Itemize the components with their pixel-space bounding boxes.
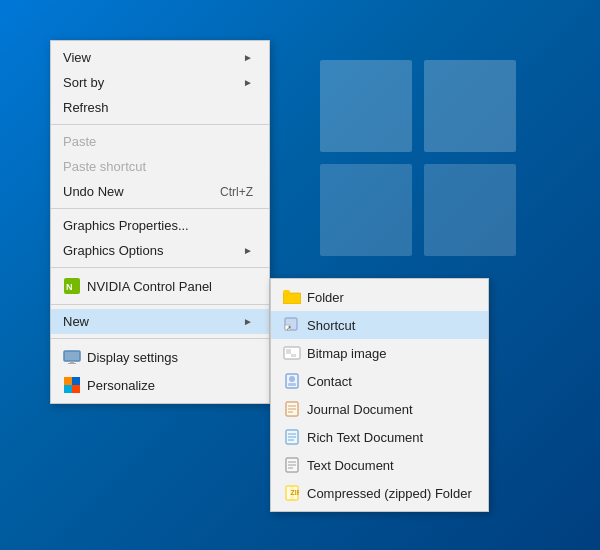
- svg-rect-7: [64, 385, 72, 393]
- svg-text:↗: ↗: [286, 325, 291, 331]
- contact-icon: [283, 372, 301, 390]
- svg-rect-17: [291, 349, 296, 354]
- menu-item-shortcut[interactable]: ↗ Shortcut: [271, 311, 488, 339]
- menu-item-paste-shortcut: Paste shortcut: [51, 154, 269, 179]
- arrow-icon: ►: [243, 77, 253, 88]
- menu-item-undo-new[interactable]: Undo New Ctrl+Z: [51, 179, 269, 204]
- svg-rect-3: [70, 361, 74, 363]
- menu-item-journal[interactable]: Journal Document: [271, 395, 488, 423]
- menu-item-paste: Paste: [51, 129, 269, 154]
- svg-rect-5: [64, 377, 72, 385]
- svg-text:ZIP: ZIP: [291, 489, 300, 496]
- menu-item-folder[interactable]: Folder: [271, 283, 488, 311]
- svg-rect-8: [72, 385, 80, 393]
- menu-item-nvidia[interactable]: N NVIDIA Control Panel: [51, 272, 269, 300]
- menu-separator-2: [51, 208, 269, 209]
- svg-rect-16: [286, 349, 291, 354]
- menu-item-sort-by[interactable]: Sort by ►: [51, 70, 269, 95]
- svg-rect-6: [72, 377, 80, 385]
- menu-item-display-settings[interactable]: Display settings: [51, 343, 269, 371]
- menu-item-zip[interactable]: ZIP Compressed (zipped) Folder: [271, 479, 488, 507]
- display-settings-icon: [63, 348, 81, 366]
- svg-rect-4: [68, 363, 76, 364]
- menu-item-rtf[interactable]: Rich Text Document: [271, 423, 488, 451]
- svg-rect-10: [283, 293, 301, 304]
- menu-item-graphics-options[interactable]: Graphics Options ►: [51, 238, 269, 263]
- main-context-menu: View ► Sort by ► Refresh Paste Paste sho…: [50, 40, 270, 404]
- arrow-icon: ►: [243, 52, 253, 63]
- shortcut-icon: ↗: [283, 316, 301, 334]
- svg-point-21: [289, 376, 295, 382]
- svg-rect-11: [283, 290, 290, 294]
- menu-item-contact[interactable]: Contact: [271, 367, 488, 395]
- svg-rect-18: [286, 354, 291, 357]
- menu-separator-3: [51, 267, 269, 268]
- menu-item-bitmap[interactable]: Bitmap image: [271, 339, 488, 367]
- svg-rect-22: [288, 383, 296, 386]
- folder-icon: [283, 288, 301, 306]
- menu-separator-5: [51, 338, 269, 339]
- menu-separator-4: [51, 304, 269, 305]
- personalize-icon: [63, 376, 81, 394]
- menu-item-graphics-properties[interactable]: Graphics Properties...: [51, 213, 269, 238]
- menu-item-text[interactable]: Text Document: [271, 451, 488, 479]
- windows-logo: [320, 60, 520, 260]
- text-doc-icon: [283, 456, 301, 474]
- menu-item-refresh[interactable]: Refresh: [51, 95, 269, 120]
- journal-icon: [283, 400, 301, 418]
- bitmap-icon: [283, 344, 301, 362]
- zip-icon: ZIP: [283, 484, 301, 502]
- nvidia-icon: N: [63, 277, 81, 295]
- desktop: View ► Sort by ► Refresh Paste Paste sho…: [0, 0, 600, 550]
- menu-item-new[interactable]: New ►: [51, 309, 269, 334]
- menu-item-view[interactable]: View ►: [51, 45, 269, 70]
- svg-text:N: N: [66, 282, 73, 292]
- menu-item-personalize[interactable]: Personalize: [51, 371, 269, 399]
- svg-rect-2: [64, 351, 80, 361]
- new-submenu: Folder ↗ Shortcut: [270, 278, 489, 512]
- rtf-icon: [283, 428, 301, 446]
- arrow-icon: ►: [243, 245, 253, 256]
- arrow-icon: ►: [243, 316, 253, 327]
- svg-rect-19: [291, 354, 296, 357]
- menu-separator-1: [51, 124, 269, 125]
